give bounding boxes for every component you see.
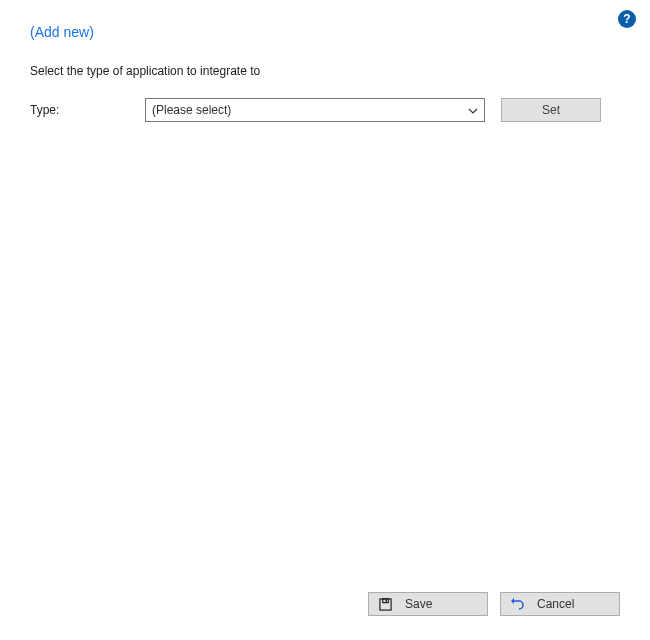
- type-row: Type: (Please select) Set: [30, 98, 620, 122]
- chevron-down-icon: [468, 103, 478, 117]
- svg-rect-2: [385, 599, 386, 601]
- save-button[interactable]: Save: [368, 592, 488, 616]
- footer-buttons: Save Cancel: [368, 592, 620, 616]
- set-button[interactable]: Set: [501, 98, 601, 122]
- type-select-value: (Please select): [152, 103, 231, 117]
- cancel-button-label: Cancel: [537, 597, 611, 611]
- save-icon: [377, 598, 393, 611]
- set-button-label: Set: [542, 103, 560, 117]
- type-label: Type:: [30, 103, 145, 117]
- cancel-button[interactable]: Cancel: [500, 592, 620, 616]
- type-select[interactable]: (Please select): [145, 98, 485, 122]
- save-button-label: Save: [405, 597, 479, 611]
- help-icon[interactable]: ?: [618, 10, 636, 28]
- instruction-text: Select the type of application to integr…: [30, 64, 620, 78]
- undo-icon: [509, 598, 525, 610]
- add-new-heading: (Add new): [30, 24, 620, 40]
- help-symbol: ?: [623, 12, 630, 26]
